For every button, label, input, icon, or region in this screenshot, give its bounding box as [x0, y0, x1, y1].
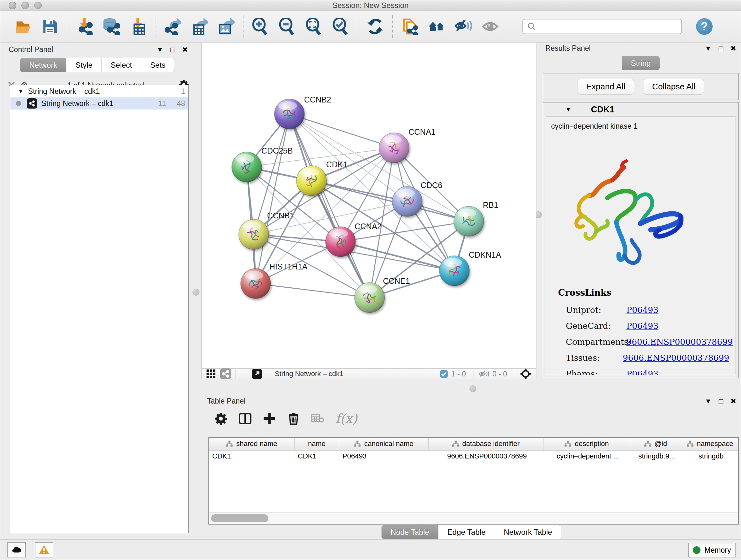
- collection-label: String Network – cdk1: [28, 87, 181, 96]
- column-header--id[interactable]: @id: [630, 438, 681, 450]
- node-CDC6[interactable]: CDC6: [392, 181, 442, 216]
- edge-CCNB2-CCNA1[interactable]: [289, 114, 394, 148]
- node-CCNB1[interactable]: CCNB1: [239, 211, 294, 249]
- results-panel: Results Panel ▼ □ ✖ String Expand All Co…: [540, 43, 741, 395]
- horizontal-scrollbar[interactable]: [209, 512, 738, 524]
- warnings-button[interactable]: [35, 542, 53, 557]
- export-network-icon[interactable]: [163, 17, 182, 36]
- search-input[interactable]: [540, 22, 677, 31]
- crosslink-link[interactable]: P06493: [626, 305, 658, 315]
- import-network-file-icon[interactable]: [75, 17, 93, 36]
- tab-style[interactable]: Style: [66, 58, 102, 72]
- tab-network[interactable]: Network: [20, 58, 66, 72]
- network-share-icon[interactable]: [220, 368, 231, 379]
- crosslink-link[interactable]: 9606.ENSP00000378699: [626, 337, 733, 347]
- grid-view-icon[interactable]: [206, 369, 216, 379]
- results-close-icon[interactable]: ✖: [731, 45, 736, 52]
- open-in-new-window-icon[interactable]: [252, 369, 262, 379]
- export-table-icon[interactable]: [190, 17, 208, 36]
- results-float-icon[interactable]: □: [719, 45, 724, 52]
- crosslink-row: Tissues:9606.ENSP00000378699: [566, 350, 729, 366]
- expand-all-button[interactable]: Expand All: [578, 79, 634, 95]
- crosslink-link[interactable]: P06493: [626, 369, 658, 375]
- cloud-status-button[interactable]: [7, 542, 26, 557]
- network-canvas[interactable]: CCNB2 CCNA1 CDC25B CDK1: [201, 43, 536, 368]
- column-header-canonical-name[interactable]: canonical name: [339, 438, 428, 450]
- search-box[interactable]: [522, 19, 682, 34]
- horizontal-scrollbar-thumb[interactable]: [211, 514, 268, 522]
- collection-count: 1: [181, 87, 185, 96]
- zoom-in-icon[interactable]: [251, 17, 270, 36]
- network-view-toolbar: String Network – cdk1 1 - 0 0 - 0: [201, 368, 536, 379]
- clone-network-icon[interactable]: [401, 17, 419, 36]
- tab-node-table[interactable]: Node Table: [381, 525, 439, 539]
- table-columns-icon[interactable]: [239, 412, 252, 425]
- crosslink-link[interactable]: 9606.ENSP00000378699: [623, 353, 729, 363]
- import-table-file-icon[interactable]: [129, 17, 147, 36]
- export-image-icon[interactable]: [217, 17, 235, 36]
- network-collection-row[interactable]: ▼ String Network – cdk1 1: [10, 85, 188, 98]
- import-network-database-icon[interactable]: [102, 17, 120, 36]
- node-CDKN1A[interactable]: CDKN1A: [440, 250, 501, 286]
- edge-HIST1H1A-CCNE1[interactable]: [256, 284, 369, 298]
- node-CCNA1[interactable]: CCNA1: [379, 127, 435, 163]
- results-menu-icon[interactable]: ▼: [704, 45, 712, 52]
- selected-nodes-checkbox-icon[interactable]: [440, 370, 448, 378]
- edge-CCNB2-HIST1H1A[interactable]: [256, 114, 289, 284]
- table-delete-row-icon[interactable]: [287, 412, 300, 425]
- tab-network-table[interactable]: Network Table: [495, 525, 562, 539]
- birds-eye-view-icon[interactable]: [520, 368, 531, 379]
- left-splitter[interactable]: [192, 43, 200, 540]
- save-session-icon[interactable]: [41, 17, 59, 36]
- zoom-fit-content-icon[interactable]: [305, 17, 323, 36]
- table-cell: CDK1: [294, 450, 339, 462]
- crosslink-link[interactable]: P06493: [626, 321, 658, 331]
- panel-float-icon[interactable]: □: [171, 46, 175, 54]
- column-header-namespace[interactable]: namespace: [681, 438, 739, 450]
- table-add-icon[interactable]: [263, 412, 276, 425]
- node-HIST1H1A[interactable]: HIST1H1A: [241, 262, 308, 299]
- table-close-icon[interactable]: ✖: [731, 398, 736, 405]
- table-cell: P06493: [339, 450, 428, 462]
- string-network-graph[interactable]: CCNB2 CCNA1 CDC25B CDK1: [202, 43, 536, 368]
- panel-close-icon[interactable]: ✖: [182, 46, 188, 53]
- table-menu-icon[interactable]: ▼: [704, 398, 712, 405]
- column-header-database-identifier[interactable]: database identifier: [428, 438, 543, 450]
- edge-CDK1-RB1[interactable]: [312, 181, 469, 221]
- node-CDK1[interactable]: CDK1: [296, 160, 347, 196]
- column-header-shared-name[interactable]: shared name: [209, 438, 294, 450]
- main-toolbar: ?: [0, 10, 741, 43]
- network-row[interactable]: String Network – cdk1 11 48: [10, 98, 188, 110]
- tab-select[interactable]: Select: [102, 58, 141, 72]
- tab-string[interactable]: String: [622, 56, 660, 70]
- node-RB1[interactable]: RB1: [454, 200, 498, 236]
- panel-menu-icon[interactable]: ▼: [156, 46, 163, 53]
- table-row[interactable]: CDK1CDK1P064939606.ENSP00000378699cyclin…: [209, 450, 738, 462]
- hide-selected-icon[interactable]: [454, 17, 473, 36]
- node-label-CDK1: CDK1: [326, 160, 347, 169]
- show-all-icon[interactable]: [481, 17, 499, 36]
- left-splitter-handle[interactable]: [192, 289, 199, 296]
- tab-edge-table[interactable]: Edge Table: [439, 525, 495, 539]
- table-cell: cyclin–dependent ...: [543, 450, 630, 462]
- edge-CCNA1-CCNB1[interactable]: [254, 148, 394, 234]
- collapse-all-button[interactable]: Collapse All: [644, 79, 704, 95]
- node-section-expand-icon[interactable]: ▼: [565, 106, 571, 113]
- refresh-view-icon[interactable]: [366, 17, 385, 36]
- column-header-description[interactable]: description: [543, 438, 630, 450]
- table-gear-icon[interactable]: [214, 412, 227, 425]
- help-button[interactable]: ?: [696, 18, 713, 35]
- zoom-out-icon[interactable]: [278, 17, 296, 36]
- table-float-icon[interactable]: □: [719, 397, 724, 405]
- control-panel-title: Control Panel: [9, 45, 53, 54]
- memory-button[interactable]: Memory: [688, 543, 736, 557]
- table-cell: stringdb: [681, 450, 739, 462]
- node-CDC25B[interactable]: CDC25B: [232, 146, 293, 182]
- tab-sets[interactable]: Sets: [141, 58, 175, 72]
- first-neighbors-icon[interactable]: [427, 17, 446, 36]
- column-header-name[interactable]: name: [294, 438, 339, 450]
- open-session-icon[interactable]: [14, 17, 32, 36]
- collection-expand-icon[interactable]: ▼: [18, 88, 23, 95]
- bottom-splitter-handle[interactable]: [469, 385, 476, 392]
- zoom-selected-icon[interactable]: [332, 17, 350, 36]
